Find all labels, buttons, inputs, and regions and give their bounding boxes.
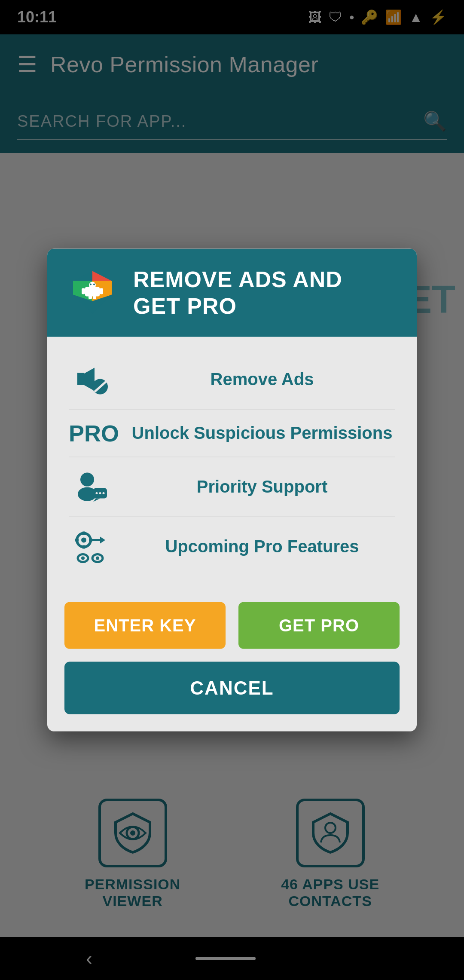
- dialog-body: Remove Ads PRO Unlock Suspicious Permiss…: [47, 337, 417, 593]
- dialog-header: REMOVE ADS AND GET PRO: [47, 249, 417, 337]
- remove-ads-icon: [69, 360, 112, 398]
- svg-marker-32: [100, 536, 105, 543]
- svg-point-24: [103, 492, 105, 494]
- dialog-title: REMOVE ADS AND GET PRO: [133, 266, 395, 320]
- svg-rect-28: [82, 545, 85, 548]
- feature-priority-support: Priority Support: [69, 457, 395, 517]
- svg-rect-10: [100, 288, 103, 294]
- svg-rect-11: [89, 295, 92, 299]
- svg-marker-21: [93, 498, 100, 502]
- svg-rect-29: [75, 538, 79, 542]
- svg-point-22: [96, 492, 98, 494]
- feature-upcoming: Upcoming Pro Features: [69, 517, 395, 576]
- svg-rect-15: [77, 373, 84, 385]
- svg-rect-8: [85, 287, 100, 297]
- dialog-action-buttons: ENTER KEY GET PRO: [47, 593, 417, 653]
- svg-rect-12: [93, 295, 96, 299]
- get-pro-button[interactable]: GET PRO: [238, 602, 400, 649]
- svg-point-14: [93, 284, 95, 285]
- remove-ads-text: Remove Ads: [129, 370, 395, 389]
- upcoming-icon: [69, 527, 112, 566]
- priority-support-text: Priority Support: [129, 477, 395, 496]
- pro-dialog: REMOVE ADS AND GET PRO Remove Ads PRO Un…: [47, 249, 417, 732]
- pro-badge-icon: PRO: [69, 420, 112, 446]
- svg-rect-9: [82, 288, 85, 294]
- svg-point-34: [81, 556, 85, 560]
- feature-remove-ads: Remove Ads: [69, 349, 395, 409]
- svg-point-36: [96, 556, 99, 560]
- svg-point-13: [90, 284, 92, 285]
- svg-rect-27: [82, 531, 85, 535]
- unlock-permissions-text: Unlock Suspicious Permissions: [129, 423, 395, 443]
- cancel-button[interactable]: CANCEL: [64, 662, 400, 714]
- svg-point-23: [99, 492, 101, 494]
- feature-unlock-permissions: PRO Unlock Suspicious Permissions: [69, 409, 395, 457]
- svg-point-18: [80, 472, 94, 486]
- svg-point-26: [81, 537, 86, 542]
- upcoming-features-text: Upcoming Pro Features: [129, 537, 395, 556]
- enter-key-button[interactable]: ENTER KEY: [64, 602, 226, 649]
- dialog-logo: [69, 269, 116, 316]
- support-icon: [69, 467, 112, 506]
